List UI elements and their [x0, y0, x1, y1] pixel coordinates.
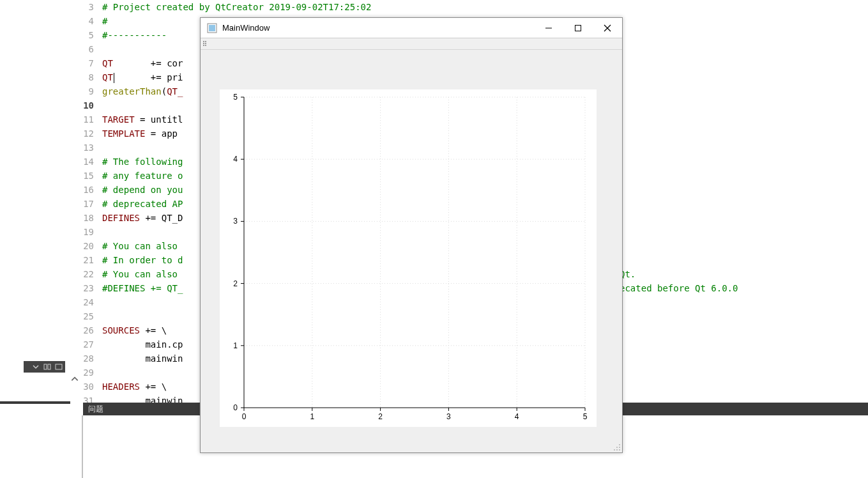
code-token: # You can also [102, 269, 183, 279]
code-token: greaterThan [102, 86, 162, 96]
y-tick-label: 4 [233, 155, 238, 164]
code-token: QT [102, 72, 113, 82]
code-token: += pri [113, 72, 183, 82]
titlebar[interactable]: MainWindow [201, 18, 622, 38]
code-line[interactable]: # Project created by QtCreator 2019-09-0… [102, 0, 371, 14]
resize-grip-icon[interactable] [613, 443, 621, 451]
split-icon[interactable] [43, 363, 51, 371]
code-token: ( [162, 86, 167, 96]
dropdown-icon[interactable] [32, 363, 40, 371]
svg-rect-6 [575, 25, 581, 31]
code-token: # You can also [102, 241, 183, 251]
code-token: # depend on you [102, 185, 183, 195]
line-number: 25 [64, 309, 94, 323]
code-token: #----------- [102, 30, 167, 40]
code-token: # In order to d [102, 255, 183, 265]
svg-point-37 [616, 449, 618, 451]
x-tick-label: 3 [446, 412, 451, 421]
y-tick-label: 3 [233, 217, 238, 226]
y-tick-label: 1 [233, 341, 238, 350]
code-token: # any feature o [102, 171, 183, 181]
issues-panel-label: 问题 [88, 404, 103, 415]
svg-rect-2 [56, 364, 62, 369]
line-number: 7 [64, 56, 94, 70]
code-token: QT_ [167, 86, 183, 96]
chart-plot[interactable]: 012345012345 [220, 89, 597, 427]
vertical-rule [82, 415, 83, 478]
scroll-up-icon[interactable] [70, 374, 79, 383]
svg-rect-1 [48, 364, 50, 369]
line-number: 6 [64, 42, 94, 56]
toolbar-strip[interactable] [201, 38, 622, 50]
line-number: 27 [64, 337, 94, 351]
line-number: 5 [64, 28, 94, 42]
line-number: 23 [64, 281, 94, 295]
svg-point-36 [619, 449, 620, 451]
app-icon [207, 23, 217, 33]
svg-point-35 [616, 447, 618, 448]
code-token: # Project created by QtCreator 2019-09-0… [102, 2, 371, 12]
code-token: QT [102, 58, 113, 68]
line-number: 16 [64, 183, 94, 197]
code-token: += cor [113, 58, 183, 68]
code-token: main.cp [102, 339, 183, 350]
line-number: 22 [64, 267, 94, 281]
line-number: 8 [64, 70, 94, 84]
line-number: 17 [64, 197, 94, 211]
code-token: DEFINES [102, 213, 140, 223]
code-token: mainwin [102, 353, 183, 364]
panel-edge [0, 401, 70, 404]
line-number: 9 [64, 84, 94, 98]
gutter: 3456789101112131415161718192021222324252… [64, 0, 99, 408]
code-token: # [102, 16, 107, 26]
line-number: 4 [64, 14, 94, 28]
line-number: 11 [64, 112, 94, 127]
svg-point-38 [614, 449, 615, 451]
x-tick-label: 2 [378, 412, 383, 421]
line-number: 19 [64, 225, 94, 239]
qt-main-window[interactable]: MainWindow 012345012345 [200, 17, 623, 453]
code-token: #DEFINES += QT_ [102, 283, 183, 293]
svg-point-33 [619, 444, 620, 445]
maximize-button[interactable] [563, 18, 593, 38]
line-number: 21 [64, 253, 94, 267]
close-split-icon[interactable] [55, 363, 63, 371]
x-tick-label: 0 [242, 412, 247, 421]
line-number: 26 [64, 323, 94, 337]
x-tick-label: 1 [310, 412, 314, 421]
line-number: 28 [64, 351, 94, 366]
line-number: 15 [64, 169, 94, 183]
line-number: 24 [64, 295, 94, 309]
close-button[interactable] [593, 18, 622, 38]
code-token: = untitl [135, 114, 183, 125]
svg-rect-0 [44, 364, 47, 369]
svg-rect-4 [209, 25, 215, 31]
code-token: # deprecated AP [102, 199, 183, 209]
toolbar-grip-icon[interactable] [203, 41, 208, 47]
code-token: HEADERS [102, 382, 140, 392]
window-title: MainWindow [222, 23, 534, 33]
code-token: ecated before Qt 6.0.0 [620, 281, 738, 295]
code-token: = app [145, 128, 178, 139]
x-tick-label: 4 [515, 412, 519, 421]
line-number: 3 [64, 0, 94, 14]
code-token: += \ [140, 325, 167, 335]
line-number: 10 [64, 98, 94, 112]
code-token: TEMPLATE [102, 128, 145, 139]
code-token: SOURCES [102, 325, 140, 335]
code-token: += \ [140, 382, 167, 392]
x-tick-label: 5 [583, 412, 588, 421]
y-tick-label: 0 [233, 403, 238, 412]
minimize-button[interactable] [534, 18, 563, 38]
code-token: # The following [102, 157, 183, 167]
code-token: TARGET [102, 114, 135, 125]
line-number: 20 [64, 239, 94, 253]
line-number: 18 [64, 211, 94, 225]
line-number: 13 [64, 141, 94, 155]
y-tick-label: 5 [233, 93, 238, 102]
svg-point-34 [619, 447, 620, 448]
code-token: += QT_D [140, 213, 183, 223]
y-tick-label: 2 [233, 279, 238, 288]
line-number: 14 [64, 155, 94, 169]
editor-mini-toolbar[interactable] [24, 361, 65, 373]
